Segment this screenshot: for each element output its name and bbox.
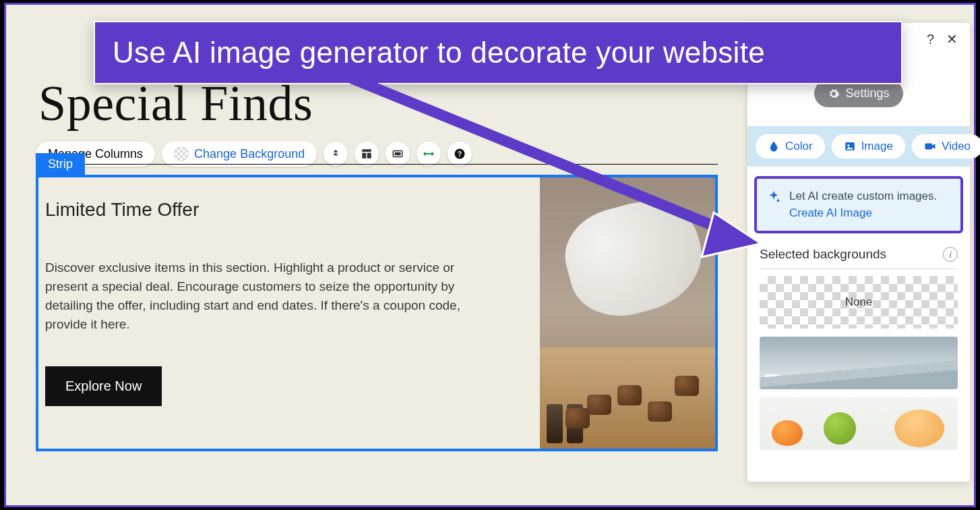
decor-glove (555, 189, 714, 328)
svg-point-5 (847, 144, 849, 146)
section-divider (36, 164, 718, 165)
decor-chocolate (648, 401, 672, 422)
chevrons-up-icon (330, 148, 342, 160)
strip-content: Limited Time Offer Discover exclusive it… (38, 177, 715, 449)
ai-text-wrap: Let AI create custom images. Create AI I… (789, 188, 951, 221)
decor-fruit (772, 420, 803, 446)
ai-create-box: Let AI create custom images. Create AI I… (754, 176, 963, 233)
decor-fruit (894, 409, 944, 447)
viewport-button[interactable] (386, 142, 410, 166)
strip-heading[interactable]: Limited Time Offer (45, 199, 533, 221)
gear-icon (828, 88, 840, 100)
divider (760, 268, 958, 269)
layout-icon (361, 148, 373, 160)
none-label: None (845, 295, 873, 309)
settings-label: Settings (845, 86, 889, 101)
svg-rect-6 (925, 144, 932, 150)
tab-color-label: Color (785, 140, 813, 153)
video-badge (765, 374, 780, 385)
stretch-button[interactable] (417, 142, 441, 166)
selected-strip[interactable]: Strip Limited Time Offer Discover exclus… (36, 175, 718, 451)
selected-backgrounds-label: Selected backgrounds (760, 247, 886, 262)
decor-chocolate (565, 408, 590, 428)
tab-image-label: Image (861, 140, 893, 153)
sparkle-icon (766, 190, 781, 204)
background-option-mountain-video[interactable] (760, 337, 958, 389)
svg-rect-7 (769, 378, 774, 382)
video-icon (924, 140, 936, 152)
stretch-icon (423, 148, 435, 160)
change-background-button[interactable]: Change Background (162, 141, 317, 167)
explore-now-label: Explore Now (65, 378, 142, 393)
transparency-icon (174, 146, 189, 161)
decor-chocolate (587, 395, 611, 415)
strip-image-column[interactable] (540, 177, 715, 449)
selected-backgrounds-row: Selected backgrounds i (747, 240, 970, 264)
explore-now-button[interactable]: Explore Now (45, 366, 162, 406)
background-option-none[interactable]: None (760, 276, 958, 329)
decor-chocolate (675, 376, 699, 396)
strip-body[interactable]: Discover exclusive items in this section… (45, 258, 463, 334)
ai-text: Let AI create custom images. (789, 190, 937, 202)
tab-image[interactable]: Image (832, 134, 905, 159)
layout-button[interactable] (355, 142, 379, 166)
strip-text-column: Limited Time Offer Discover exclusive it… (38, 177, 540, 449)
tab-video[interactable]: Video (912, 134, 980, 159)
svg-rect-1 (395, 152, 401, 156)
background-panel: ? ✕ Settings Color Image Video (747, 23, 970, 482)
annotation-callout: Use AI image generator to decorate your … (94, 21, 902, 84)
video-icon (768, 376, 776, 384)
change-background-label: Change Background (194, 147, 305, 161)
strip-label: Strip (36, 153, 85, 175)
droplet-icon (768, 140, 780, 152)
viewport-icon (392, 148, 404, 160)
info-icon[interactable]: i (943, 247, 958, 262)
help-button[interactable]: ? (448, 142, 472, 166)
background-option-fruit[interactable] (760, 397, 958, 450)
panel-close-button[interactable]: ✕ (946, 31, 958, 47)
editor-frame: Special Finds Manage Columns Change Back… (4, 3, 976, 507)
panel-help-button[interactable]: ? (927, 32, 934, 47)
create-ai-image-link[interactable]: Create AI Image (789, 206, 872, 219)
decor-chocolate (617, 385, 642, 405)
scroll-effects-button[interactable] (324, 142, 348, 166)
svg-text:?: ? (458, 150, 462, 158)
help-icon: ? (454, 148, 466, 160)
background-tabs: Color Image Video (747, 126, 970, 167)
strip-toolbar: Manage Columns Change Background ? (36, 141, 472, 167)
decor-jar (547, 404, 563, 443)
image-icon (844, 140, 856, 152)
tab-video-label: Video (942, 140, 971, 153)
decor-fruit (824, 412, 856, 445)
tab-color[interactable]: Color (756, 134, 825, 159)
